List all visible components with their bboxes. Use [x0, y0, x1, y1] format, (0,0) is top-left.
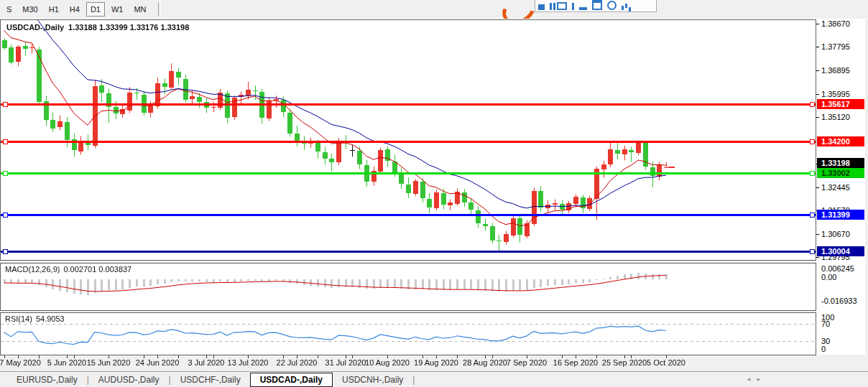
price-axis-tick — [816, 117, 819, 118]
price-axis-label: 1.35120 — [821, 113, 850, 121]
symbol-tab-bar: EURUSD-,Daily|AUDUSD-,Daily|USDCHF-,Dail… — [0, 371, 868, 387]
rsi-indicator-pane[interactable]: RSI(14)54.9053 — [0, 312, 816, 355]
tab-usdchf[interactable]: USDCHF-,Daily — [171, 373, 250, 386]
date-axis-label: 31 Jul 2020 — [326, 358, 366, 367]
price-badge-resistance-line[interactable]: 1.34200 — [817, 136, 864, 146]
price-axis-label: 1.38670 — [821, 19, 850, 28]
rsi-name: RSI(14) — [5, 314, 32, 323]
price-axis-label: 1.30670 — [821, 230, 850, 238]
macd-label: MACD(12,26,9)0.002701 0.003837 — [5, 265, 131, 274]
timeframe-button-d1[interactable]: D1 — [86, 2, 105, 17]
chart-title: USDCAD-,Daily1.33188 1.33399 1.33176 1.3… — [6, 23, 193, 32]
rsi-label: RSI(14)54.9053 — [5, 314, 65, 323]
rsi-axis-label: 70 — [821, 320, 830, 328]
date-axis-label: 19 Aug 2020 — [414, 358, 458, 367]
logo-glyph-icon — [557, 2, 567, 10]
price-chart-canvas[interactable] — [0, 19, 816, 261]
date-axis-label: 3 Jul 2020 — [188, 358, 225, 367]
price-axis-tick — [816, 70, 819, 71]
price-axis: 1.386701.377951.368951.359951.351201.333… — [816, 19, 865, 261]
date-minor-tick — [318, 355, 318, 358]
macd-axis-label: 0.006245 — [821, 264, 854, 273]
date-axis-label: 10 Aug 2020 — [365, 358, 410, 367]
macd-axis-label: 0.00 — [821, 273, 836, 281]
timeframe-button-m30[interactable]: M30 — [18, 2, 42, 17]
timeframe-button-w1[interactable]: W1 — [107, 2, 128, 17]
date-axis-label: 13 Jul 2020 — [228, 358, 269, 367]
tab-divider: | — [412, 375, 415, 385]
date-axis-label: 5 Oct 2020 — [647, 358, 685, 367]
price-axis-tick — [816, 234, 819, 235]
macd-axis: 0.0062450.00-0.016933 — [816, 263, 865, 311]
tab-scroll-right-button[interactable]: ► — [756, 376, 762, 383]
rsi-axis: 10070300 — [816, 312, 865, 355]
top-toolbar: SM30H1H4D1W1MN — [0, 0, 868, 19]
date-axis-label: 24 Jun 2020 — [136, 358, 180, 367]
date-axis-label: 7 Sep 2020 — [507, 358, 547, 367]
timeframe-button-s[interactable]: S — [2, 2, 16, 17]
price-badge-support-line[interactable]: 1.30004 — [817, 246, 864, 256]
logo-glyph-icon — [579, 7, 587, 10]
rsi-value: 54.9053 — [36, 314, 65, 323]
logo-glyph-icon — [538, 4, 545, 10]
date-axis-label: 15 Jun 2020 — [87, 358, 131, 367]
logo-glyph-icon — [572, 3, 574, 10]
logo-glyph-icon — [592, 0, 602, 10]
timeframe-button-h1[interactable]: H1 — [45, 2, 63, 17]
price-axis-label: 1.32445 — [821, 183, 850, 192]
broker-logo-fragment — [502, 0, 652, 10]
tab-scroll-left-button[interactable]: ◄ — [746, 376, 752, 383]
rsi-axis-label: 0 — [821, 345, 826, 353]
price-badge-resistance-line[interactable]: 1.35617 — [817, 99, 864, 109]
tab-usdcad[interactable]: USDCAD-,Daily — [250, 373, 333, 387]
price-axis-tick — [816, 47, 819, 47]
logo-glyph-icon — [550, 3, 552, 10]
date-axis-label: 22 Jul 2020 — [277, 358, 318, 367]
timeframe-button-row: SM30H1H4D1W1MN — [0, 0, 161, 18]
macd-values: 0.002701 0.003837 — [63, 265, 131, 274]
price-axis-tick — [816, 187, 819, 188]
rsi-canvas[interactable] — [0, 312, 816, 355]
chart-symbol-label: USDCAD-,Daily — [6, 23, 64, 32]
macd-axis-label: -0.016933 — [821, 297, 857, 305]
tab-eurusd[interactable]: EURUSD-,Daily — [7, 373, 87, 386]
date-axis-label: 27 May 2020 — [0, 358, 41, 367]
price-axis-tick — [816, 94, 819, 95]
logo-glyph-icon — [607, 1, 617, 10]
price-badge-support-line[interactable]: 1.31399 — [817, 210, 864, 220]
date-axis: 27 May 20205 Jun 202015 Jun 202024 Jun 2… — [0, 355, 865, 370]
price-badge-current-price: 1.33198 — [817, 158, 864, 168]
price-axis-tick — [816, 257, 819, 258]
timeframe-button-h4[interactable]: H4 — [65, 2, 84, 17]
macd-name: MACD(12,26,9) — [5, 265, 60, 274]
macd-indicator-pane[interactable]: MACD(12,26,9)0.002701 0.003837 — [0, 263, 816, 311]
logo-glyph-icon — [622, 6, 624, 10]
price-axis-tick — [816, 24, 819, 24]
price-axis-label: 1.37795 — [821, 42, 850, 51]
tab-audusd[interactable]: AUDUSD-,Daily — [89, 373, 169, 386]
date-axis-label: 28 Aug 2020 — [463, 358, 507, 367]
price-axis-label: 1.36895 — [821, 66, 850, 75]
date-axis-label: 5 Jun 2020 — [47, 358, 86, 367]
logo-swoosh-icon — [497, 0, 540, 19]
toolbar-separator — [158, 2, 161, 17]
chart-ohlc-values: 1.33188 1.33399 1.33176 1.33198 — [68, 23, 189, 32]
timeframe-button-mn[interactable]: MN — [129, 2, 150, 17]
date-axis-label: 16 Sep 2020 — [553, 358, 598, 367]
date-axis-label: 25 Sep 2020 — [602, 358, 647, 367]
tab-usdcnh[interactable]: USDCNH-,Daily — [333, 373, 412, 386]
logo-icons-strip — [535, 0, 657, 12]
price-badge-pivot-line[interactable]: 1.33002 — [817, 168, 864, 178]
price-axis-label: 1.35995 — [821, 90, 850, 98]
price-chart-pane[interactable]: USDCAD-,Daily1.33188 1.33399 1.33176 1.3… — [0, 19, 816, 261]
